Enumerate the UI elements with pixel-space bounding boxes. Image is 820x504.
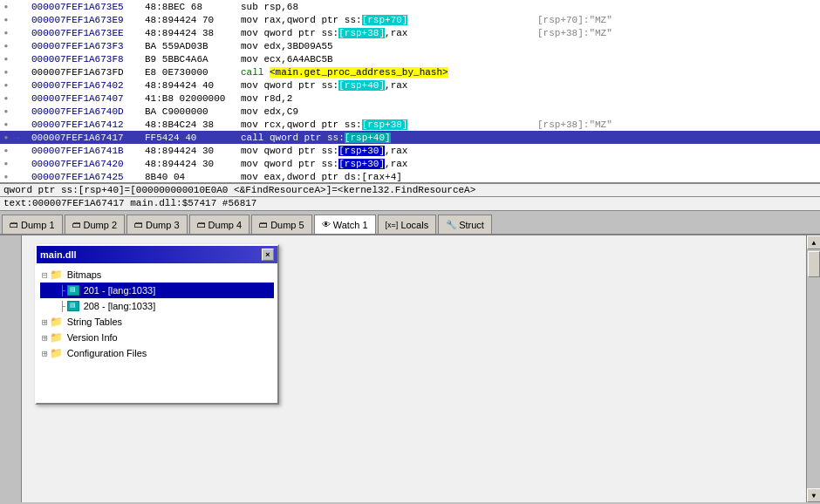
breakpoint-indicator: ● [0, 65, 12, 78]
tab-label: Dump 4 [208, 220, 243, 230]
tab-dump-3[interactable]: 🗃Dump 3 [126, 215, 188, 234]
scroll-up-button[interactable]: ▲ [807, 235, 820, 249]
tab-struct[interactable]: 🔧Struct [438, 215, 492, 234]
arrow-indicator [12, 92, 30, 105]
address: 000007FEF1A673F3 [30, 39, 143, 52]
window-content: ⊟ 📁Bitmaps├ ▤201 - [lang:1033]├ ▤208 - [… [37, 263, 277, 403]
disasm-row[interactable]: ●000007FEF1A673E948:894424 70mov rax,qwo… [0, 13, 820, 26]
address: 000007FEF1A67402 [30, 78, 143, 92]
arrow-indicator: → [12, 131, 30, 144]
bottom-section: main.dll × ⊟ 📁Bitmaps├ ▤201 - [lang:1033… [0, 235, 820, 502]
address: 000007FEF1A6741B [30, 144, 143, 157]
disasm-table: ●000007FEF1A673E548:8BEC 68sub rsp,68●00… [0, 0, 820, 183]
tab-label: Dump 1 [21, 220, 55, 230]
disasm-row[interactable]: ●000007FEF1A6740248:894424 40mov qword p… [0, 78, 820, 92]
tree-resource-item[interactable]: ├ ▤201 - [lang:1033] [40, 283, 274, 298]
arrow-indicator [12, 52, 30, 65]
disasm-row[interactable]: ●000007FEF1A674258B40 04mov eax,dword pt… [0, 170, 820, 183]
breakpoint-indicator: ● [0, 118, 12, 131]
instruction: call qword ptr ss:[rsp+40] [239, 131, 536, 144]
bytes: E8 0E730000 [143, 65, 239, 78]
instruction: mov qword ptr ss:[rsp+38],rax [239, 26, 536, 39]
address: 000007FEF1A67425 [30, 170, 143, 183]
arrow-indicator [12, 118, 30, 131]
tab-dump-5[interactable]: 🗃Dump 5 [251, 215, 312, 234]
scrollbar-track[interactable] [807, 249, 820, 488]
right-scrollbar[interactable]: ▲ ▼ [806, 235, 820, 502]
arrow-indicator [12, 157, 30, 170]
disasm-row[interactable]: ●000007FEF1A673EE48:894424 38mov qword p… [0, 26, 820, 39]
scroll-down-button[interactable]: ▼ [807, 488, 820, 502]
instruction: mov r8d,2 [239, 92, 536, 105]
scrollbar-thumb[interactable] [808, 251, 820, 277]
tree-folder-item[interactable]: ⊞ 📁Version Info [40, 330, 274, 345]
breakpoint-indicator: ● [0, 105, 12, 118]
left-strip [0, 235, 22, 502]
disasm-row[interactable]: ●000007FEF1A6740DBA C9000000mov edx,C9 [0, 105, 820, 118]
address: 000007FEF1A673F8 [30, 52, 143, 65]
locals-icon: [x=] [386, 221, 399, 229]
tab-watch-1[interactable]: 👁Watch 1 [314, 215, 376, 234]
comment [536, 105, 820, 118]
comment [536, 52, 820, 65]
disasm-pane: ●000007FEF1A673E548:8BEC 68sub rsp,68●00… [0, 0, 820, 183]
breakpoint-indicator: ● [0, 26, 12, 39]
disasm-row[interactable]: ●000007FEF1A673F8B9 5BBC4A6Amov ecx,6A4A… [0, 52, 820, 65]
tree-folder-item[interactable]: ⊞ 📁Configuration Files [40, 345, 274, 361]
disasm-row[interactable]: ●000007FEF1A673F3BA 559AD03Bmov edx,3BD0… [0, 39, 820, 52]
arrow-indicator [12, 78, 30, 92]
comment [536, 0, 820, 13]
disasm-row[interactable]: ●000007FEF1A6740741:B8 02000000mov r8d,2 [0, 92, 820, 105]
tree-folder-item[interactable]: ⊟ 📁Bitmaps [40, 267, 274, 283]
tab-dump-1[interactable]: 🗃Dump 1 [2, 215, 63, 234]
disasm-row[interactable]: ●000007FEF1A6741248:8B4C24 38mov rcx,qwo… [0, 118, 820, 131]
arrow-indicator [12, 65, 30, 78]
instruction: sub rsp,68 [239, 0, 536, 13]
bytes: 8B40 04 [143, 170, 239, 183]
window-title: main.dll [40, 249, 77, 260]
tab-bar: 🗃Dump 1🗃Dump 2🗃Dump 3🗃Dump 4🗃Dump 5👁Watc… [0, 211, 820, 235]
comment [536, 78, 820, 92]
tab-dump-4[interactable]: 🗃Dump 4 [189, 215, 250, 234]
tree-toggle[interactable]: ⊞ [42, 348, 48, 359]
disasm-row[interactable]: ●000007FEF1A6741B48:894424 30mov qword p… [0, 144, 820, 157]
bytes: BA 559AD03B [143, 39, 239, 52]
address: 000007FEF1A673E9 [30, 13, 143, 26]
tree-toggle[interactable]: ⊞ [42, 317, 48, 328]
tree-resource-item[interactable]: ├ ▤208 - [lang:1033] [40, 298, 274, 314]
tab-dump-2[interactable]: 🗃Dump 2 [65, 215, 126, 234]
arrow-indicator [12, 26, 30, 39]
tree-folder-item[interactable]: ⊞ 📁String Tables [40, 314, 274, 330]
arrow-indicator [12, 39, 30, 52]
bytes: 48:894424 40 [143, 78, 239, 92]
instruction: mov qword ptr ss:[rsp+30],rax [239, 144, 536, 157]
folder-icon: 📁 [50, 331, 63, 344]
tab-label: Struct [459, 220, 484, 230]
tree-item-label: Configuration Files [67, 348, 147, 358]
tab-locals[interactable]: [x=]Locals [378, 215, 437, 234]
disasm-row[interactable]: ●000007FEF1A6742048:894424 30mov qword p… [0, 157, 820, 170]
bytes: 48:894424 70 [143, 13, 239, 26]
arrow-indicator [12, 0, 30, 13]
dump-icon: 🗃 [72, 220, 81, 229]
breakpoint-indicator: ● [0, 131, 12, 144]
bytes: B9 5BBC4A6A [143, 52, 239, 65]
disasm-row[interactable]: ●000007FEF1A673E548:8BEC 68sub rsp,68 [0, 0, 820, 13]
tree-toggle[interactable]: ⊟ [42, 269, 48, 281]
instruction: mov qword ptr ss:[rsp+40],rax [239, 78, 536, 92]
struct-icon: 🔧 [446, 220, 456, 229]
comment [536, 157, 820, 170]
address: 000007FEF1A67420 [30, 157, 143, 170]
dump-icon: 🗃 [197, 220, 206, 229]
instruction: mov qword ptr ss:[rsp+30],rax [239, 157, 536, 170]
tree-toggle[interactable]: ⊞ [42, 332, 48, 344]
disasm-row[interactable]: ●000007FEF1A673FDE8 0E730000call <main.g… [0, 65, 820, 78]
close-button[interactable]: × [262, 249, 274, 261]
folder-icon: 📁 [50, 347, 63, 359]
disasm-row[interactable]: ●→000007FEF1A67417FF5424 40call qword pt… [0, 131, 820, 144]
bytes: BA C9000000 [143, 105, 239, 118]
comment: [rsp+38]:"MZ" [536, 118, 820, 131]
instruction: mov edx,C9 [239, 105, 536, 118]
breakpoint-indicator: ● [0, 157, 12, 170]
bytes: 48:8BEC 68 [143, 0, 239, 13]
